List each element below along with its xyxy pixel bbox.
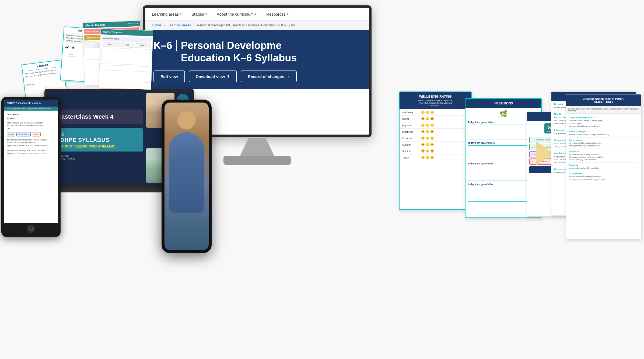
wellbeing-spiritual-row: Spiritual 🙂 😐 🙁 [400,148,471,154]
tablet-subject-label: PDHPE [7,117,55,121]
monitor-hero: K–6 Personal DevelopmeEducation K–6 Syll… [145,30,369,89]
wellbeing-title-text: WELLBEING RATING [402,95,469,98]
hero-main-title: Personal DevelopmeEducation K–6 Syllabus [181,40,297,64]
kahoot-badge: Kahoot [32,132,41,136]
laptop-pdhpe: PDHPE SYLLABUS [57,137,138,143]
rubric-title: t Rubric Template [85,23,105,27]
wellbeing-physical-row: Physical 😐 🙂 🙁 [400,122,471,129]
breadcrumb-sep1: › [164,23,165,27]
wellbeing-wellbeing-label: Wellbeing [402,111,421,114]
written-body: Health and fitness goals Plan that outli… [566,114,641,184]
nav-stages-label: Stages [191,12,204,16]
monitor-breadcrumb: Home › Learning areas › Personal Develop… [145,20,369,30]
tablet-header-bar: PDHPE Assessments using AI [4,100,58,107]
phone-inner [164,103,209,250]
power-icon: ⏻ [29,227,33,231]
monitor-navbar: Learning areas ▾ Stages ▾ About the curr… [145,8,369,20]
written-texts-card: Creating Written Texts in PDHPE STAGE 3 … [566,94,641,240]
written-resilience-title: Resilience [569,150,638,153]
written-connections-section: Connections nd on how healthy habits con… [569,138,638,149]
wellbeing-cultural-label: Cultural [402,143,421,146]
written-perspectives-section: Perspectives ing and maintaining healthy… [569,171,638,182]
breadcrumb-learning-areas[interactable]: Learning areas [167,23,191,27]
tablet-power-button[interactable]: ⏻ [27,224,35,233]
tablet-inner: PDHPE Assessments using AI ssessing oppo… [4,100,58,223]
wellbeing-emotional-label: Emotional [402,131,421,133]
breadcrumb-home[interactable]: Home [152,23,161,27]
tablet-screen: PDHPE Assessments using AI ssessing oppo… [1,97,61,237]
tablet-title: PDHPE Assessments using AI [7,102,55,104]
wellbeing-emojis-3: 😐 🙂 🙁 [421,124,434,127]
hero-k6: K–6 [153,40,177,51]
nav-stages[interactable]: Stages ▾ [191,12,207,16]
nav-learning-areas[interactable]: Learning areas ▾ [152,12,182,16]
nav-learning-areas-chevron: ▾ [180,12,182,16]
written-connections-text: nd on how healthy habits contribute tona… [569,142,638,147]
breadcrumb-sep2: › [194,23,195,27]
written-perspectives-text: ing and maintaining healthy friendshipsp… [569,175,638,181]
wellbeing-economic-label: Economic [402,137,421,140]
wellbeing-emojis-5: 🙁 🙂 😐 [421,136,434,140]
monitor-stand [240,138,275,157]
wellbeing-emojis-7: 🙂 😐 🙁 [421,149,434,153]
nav-stages-chevron: ▾ [205,12,207,16]
nav-resources-label: Resources [266,12,286,16]
laptop-subject-box: K-6 PDHPE SYLLABUS (WITHOUT FEELING OVER… [52,128,143,152]
written-lifestyle-text: lifestyle choices (nutrition, sleep, hyd… [569,133,638,136]
intentions-header: INTENTIONS [466,99,541,108]
wellbeing-today-row: Today 🙁 🙂 😐 [400,154,471,161]
tablet-quiz-text: iple-choice quizzes focused on PDHPE top… [7,139,55,147]
wellbeing-cultural-row: Cultural 😐 🙁 🙂 [400,142,471,148]
phone-screen [162,100,212,253]
tablet-container: PDHPE Assessments using AI ssessing oppo… [1,97,63,242]
monitor-buttons: Edit view Download view ⬇ Record of chan… [153,71,361,82]
wellbeing-emojis-4: 🙂 😐 🙁 [421,130,434,133]
nav-learning-areas-label: Learning areas [152,12,179,16]
wellbeing-sub3: what less... [402,104,469,107]
laptop-k6: K-6 [57,132,138,137]
written-lifestyle-section: Healthy Lifestyle lifestyle choices (nut… [569,129,638,138]
right-cards-area: WELLBEING RATING Reflect on different as… [399,91,641,264]
wellbeing-emojis-6: 😐 🙁 🙂 [421,143,434,146]
record-of-changes-button[interactable]: Record of changes → [241,71,297,82]
written-resilience-section: Resilience ing emotions and building res… [569,149,638,163]
wellbeing-physical-label: Physical [402,124,421,127]
tablet-subtitle-text: ssessing opportunities using AI tools fo… [7,108,55,110]
download-view-button[interactable]: Download view ⬇ [189,71,237,82]
written-perspectives-title: Perspectives [569,173,638,175]
wellbeing-emojis-2: 🙂 🙁 😐 [421,117,434,121]
wellbeing-sub2: Rate what it looked like last year and [402,102,469,104]
wellbeing-spiritual-label: Spiritual [402,150,421,153]
tablet-ai-text: letes the quiz, the AI provides instant … [7,149,55,155]
quizlet-badge: Quizlet [7,132,15,136]
nav-about-curriculum[interactable]: About the curriculum ▾ [217,12,257,16]
nav-resources[interactable]: Resources ▾ [266,12,289,16]
monitor-base [223,156,291,165]
download-label: Download view [196,74,225,79]
tablet-body-text: e the efficiency and effectiveness of gr… [7,122,55,130]
intentions-title: INTENTIONS [468,101,539,105]
record-label: Record of changes [248,74,284,79]
record-arrow-icon: → [286,74,290,79]
wellbeing-wellbeing-row: Wellbeing 🙂 🙁 😐 [400,109,471,116]
wellbeing-social-label: Social [402,118,421,120]
wellbeing-emojis-1: 🙂 🙁 😐 [421,111,434,114]
laptop-week-label: MasterClass Week 4 [57,113,138,120]
written-header: Creating Written Texts in PDHPE STAGE 3 … [566,94,641,106]
tablet-subtitle-bar: ssessing opportunities using AI tools fo… [4,107,58,111]
wellbeing-title: WELLBEING RATING Reflect on different as… [400,92,471,109]
rubric-term: Term: 1 2 3 4 [127,22,138,24]
written-empathy-section: Empathy ies, empathy, and conflict resol… [569,163,638,171]
tablet-body-content: Description PDHPE e the efficiency and e… [4,111,58,157]
wellbeing-emotional-row: Emotional 🙂 😐 🙁 [400,129,471,135]
tablet-tools-row: Quizlet Google Forms Kahoot [7,132,55,136]
written-connections-title: Connections [569,139,638,141]
wellbeing-sub1: Reflect on different aspects of your lif… [402,99,469,102]
written-title-line1: Creating Written Texts in PDHPE [568,97,639,101]
tablet-bottom-bar: ⏻ [4,223,58,234]
nav-about-chevron: ▾ [255,12,257,16]
written-code-bar: IO-CWT-01 Create written texts to commun… [566,106,641,114]
written-health-title: Health and fitness goals [569,117,638,119]
edit-view-button[interactable]: Edit view [153,71,185,82]
written-empathy-title: Empathy [569,164,638,166]
